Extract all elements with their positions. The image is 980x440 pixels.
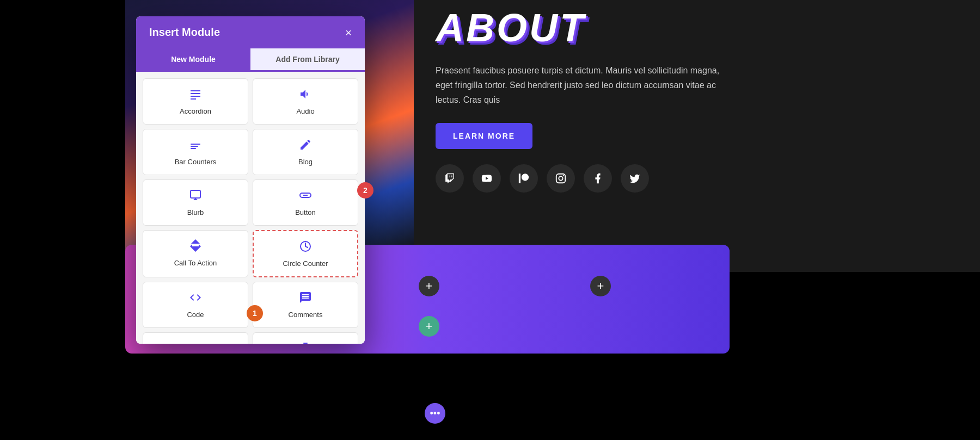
module-item-countdown-timer[interactable]: Countdown Timer (253, 332, 358, 344)
module-item-audio[interactable]: Audio (253, 78, 358, 125)
badge-1: 1 (247, 305, 263, 321)
tab-add-from-library[interactable]: Add From Library (250, 48, 365, 70)
social-icon-patreon[interactable] (510, 164, 538, 193)
about-title: ABOUT (436, 5, 817, 50)
module-item-blurb[interactable]: Blurb (143, 179, 248, 226)
add-button-3[interactable]: + (590, 276, 611, 296)
call-to-action-icon (189, 239, 202, 255)
add-button-2[interactable]: + (419, 276, 439, 296)
bar-counters-label: Bar Counters (175, 158, 217, 166)
button-label: Button (295, 208, 316, 216)
svg-rect-4 (191, 144, 200, 145)
module-item-comments[interactable]: Comments (253, 282, 358, 328)
bar-counters-icon (189, 138, 202, 153)
svg-rect-2 (191, 96, 200, 97)
social-icon-facebook[interactable] (584, 164, 612, 193)
add-button-green[interactable]: + (419, 316, 439, 337)
audio-label: Audio (296, 107, 314, 115)
blurb-icon (189, 189, 202, 204)
dots-menu[interactable]: ••• (425, 403, 445, 424)
dark-overlay (0, 0, 136, 440)
badge-2: 2 (357, 182, 373, 199)
svg-rect-7 (191, 190, 200, 198)
modal-title: Insert Module (149, 26, 220, 39)
svg-rect-6 (191, 148, 196, 149)
modal-body: Accordion Audio Bar Counters Blog (136, 72, 365, 344)
comments-label: Comments (289, 311, 323, 319)
module-item-button[interactable]: Button (253, 179, 358, 226)
comments-icon (299, 291, 312, 306)
module-grid: Accordion Audio Bar Counters Blog (143, 78, 358, 344)
module-item-circle-counter[interactable]: Circle Counter (253, 230, 358, 277)
social-icon-instagram[interactable] (547, 164, 575, 193)
about-text: Praesent faucibus posuere turpis et dict… (436, 63, 735, 108)
module-item-contact-form[interactable]: Contact Form (143, 332, 248, 344)
audio-icon (299, 88, 312, 103)
social-icons-row (436, 164, 817, 193)
circle-counter-icon (299, 240, 312, 255)
about-section: ABOUT Praesent faucibus posuere turpis e… (436, 5, 817, 193)
tab-new-module[interactable]: New Module (136, 48, 250, 70)
module-item-blog[interactable]: Blog (253, 129, 358, 175)
code-icon (189, 291, 202, 306)
social-icon-twitch[interactable] (436, 164, 464, 193)
module-item-code[interactable]: Code (143, 282, 248, 328)
learn-more-button[interactable]: LEARN MORE (436, 123, 532, 149)
circle-counter-label: Circle Counter (283, 259, 328, 268)
contact-form-icon (189, 342, 202, 344)
modal-header: Insert Module × (136, 16, 365, 48)
blog-label: Blog (298, 158, 313, 166)
blurb-label: Blurb (187, 208, 204, 216)
insert-module-modal: Insert Module × New Module Add From Libr… (136, 16, 365, 344)
call-to-action-label: Call To Action (174, 259, 217, 267)
code-label: Code (187, 311, 204, 319)
social-icon-youtube[interactable] (473, 164, 501, 193)
svg-rect-0 (191, 90, 200, 91)
modal-close-button[interactable]: × (345, 27, 352, 38)
accordion-label: Accordion (180, 107, 211, 115)
accordion-icon (189, 88, 202, 103)
svg-rect-5 (191, 146, 198, 147)
module-item-call-to-action[interactable]: Call To Action (143, 230, 248, 277)
svg-rect-1 (191, 93, 200, 94)
blog-icon (299, 138, 312, 153)
social-icon-twitter[interactable] (621, 164, 649, 193)
countdown-timer-icon (299, 342, 312, 344)
modal-tabs: New Module Add From Library (136, 48, 365, 72)
module-item-bar-counters[interactable]: Bar Counters (143, 129, 248, 175)
module-item-accordion[interactable]: Accordion (143, 78, 248, 125)
svg-rect-3 (191, 98, 196, 100)
button-icon (299, 189, 312, 204)
